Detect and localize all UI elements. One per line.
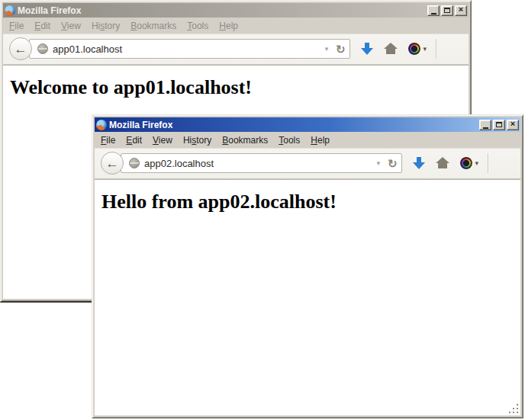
reload-button[interactable]: ↻ [388, 158, 398, 169]
menu-button[interactable] [498, 158, 513, 169]
chevron-down-icon: ▼ [375, 160, 382, 167]
window-title: Mozilla Firefox [18, 5, 425, 16]
maximize-button[interactable] [441, 5, 453, 16]
close-icon: × [459, 5, 463, 14]
minimize-icon [483, 127, 488, 129]
colorwheel-icon [460, 157, 472, 169]
firefox-icon [5, 5, 15, 16]
caret-down-icon: ▾ [423, 45, 427, 53]
downloads-button[interactable] [413, 156, 425, 170]
maximize-button[interactable] [493, 120, 505, 130]
toolbar-separator [488, 153, 488, 173]
titlebar[interactable]: Mozilla Firefox × [95, 117, 520, 132]
back-button[interactable]: ← [9, 37, 32, 60]
content-area: Hello from app02.localhost! [95, 179, 520, 415]
reload-button[interactable]: ↻ [336, 43, 346, 55]
minimize-icon [431, 13, 436, 14]
menu-item-edit[interactable]: Edit [126, 135, 142, 146]
menu-button[interactable] [446, 43, 461, 55]
maximize-icon [444, 8, 450, 13]
menubar: FileEditViewHistoryBookmarksToolsHelp [95, 132, 520, 148]
window-title: Mozilla Firefox [109, 120, 477, 130]
page-heading: Welcome to app01.localhost! [10, 76, 469, 99]
urlbar[interactable]: app02.localhost ▼ ↻ [121, 153, 402, 173]
menu-item-help[interactable]: Help [311, 135, 330, 146]
site-identity-globe-icon [129, 158, 140, 168]
menu-item-view[interactable]: View [153, 135, 172, 146]
maximize-icon [496, 122, 502, 127]
colorwheel-icon [408, 43, 420, 55]
back-button[interactable]: ← [101, 152, 124, 175]
close-icon: × [511, 120, 515, 128]
menu-item-history[interactable]: History [183, 135, 211, 146]
menu-item-file[interactable]: File [101, 135, 115, 146]
home-icon [384, 43, 398, 55]
reload-icon: ↻ [336, 43, 346, 56]
close-button[interactable]: × [455, 5, 467, 16]
toolbar-separator [436, 39, 436, 59]
home-button[interactable] [436, 157, 449, 169]
reload-icon: ↻ [388, 157, 398, 170]
titlebar-buttons: × [427, 5, 467, 16]
menu-item-tools[interactable]: Tools [187, 21, 208, 31]
navigation-toolbar: ← app01.localhost ▼ ↻ ▾ [3, 34, 469, 65]
home-icon [436, 157, 449, 169]
home-button[interactable] [384, 43, 398, 55]
caret-down-icon: ▾ [475, 159, 478, 167]
titlebar[interactable]: Mozilla Firefox × [3, 3, 469, 18]
urlbar[interactable]: app01.localhost ▼ ↻ [29, 39, 350, 59]
site-identity-globe-icon [37, 43, 48, 54]
url-input[interactable]: app02.localhost [144, 158, 369, 169]
resize-grip[interactable] [509, 404, 518, 413]
firefox-icon [96, 120, 107, 130]
back-icon: ← [106, 157, 119, 170]
navigation-toolbar: ← app02.localhost ▼ ↻ ▾ [95, 148, 520, 179]
url-input[interactable]: app01.localhost [53, 43, 317, 55]
minimize-button[interactable] [479, 120, 491, 130]
chevron-down-icon: ▼ [324, 46, 330, 53]
download-icon [361, 42, 373, 56]
addon-button[interactable]: ▾ [408, 43, 427, 55]
menu-item-history[interactable]: History [92, 21, 120, 31]
menu-item-bookmarks[interactable]: Bookmarks [222, 135, 268, 146]
titlebar-buttons: × [479, 120, 519, 130]
menu-item-help[interactable]: Help [219, 21, 238, 31]
close-button[interactable]: × [507, 120, 519, 130]
addon-button[interactable]: ▾ [460, 157, 478, 169]
menu-item-tools[interactable]: Tools [279, 135, 300, 146]
downloads-button[interactable] [361, 42, 373, 56]
download-icon [413, 156, 425, 170]
menubar: FileEditViewHistoryBookmarksToolsHelp [3, 18, 469, 34]
menu-item-edit[interactable]: Edit [34, 21, 50, 31]
menu-item-bookmarks[interactable]: Bookmarks [130, 21, 176, 31]
urlbar-history-dropdown[interactable]: ▼ [374, 160, 383, 167]
window-app02: Mozilla Firefox × FileEditViewHistoryBoo… [92, 114, 523, 418]
menu-item-file[interactable]: File [9, 21, 24, 31]
page-heading: Hello from app02.localhost! [101, 191, 520, 213]
menu-item-view[interactable]: View [61, 21, 81, 31]
minimize-button[interactable] [427, 5, 440, 16]
urlbar-history-dropdown[interactable]: ▼ [322, 46, 331, 53]
back-icon: ← [14, 43, 27, 56]
